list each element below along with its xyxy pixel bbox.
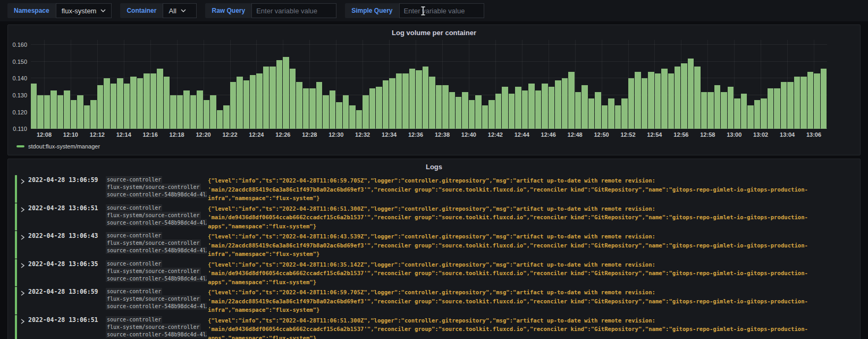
bar [343,95,349,129]
x-tick-label: 12:42 [488,131,503,138]
bar [707,92,713,129]
bar [90,100,96,129]
raw-query-input[interactable] [251,3,336,18]
bar [316,82,322,129]
bar [50,90,56,129]
bar [323,95,328,129]
x-tick-label: 12:16 [143,131,158,138]
bar [57,95,63,129]
bar [747,105,753,129]
bar [535,90,541,129]
bar [376,87,382,129]
bar [104,78,109,129]
bar [814,73,820,129]
log-row[interactable]: 2022-04-28 13:06:51source-controllerflux… [15,315,856,339]
variable-label-namespace: Namespace [7,3,56,18]
bar [157,69,163,129]
bar [383,80,389,129]
x-tick-label: 12:18 [170,131,184,138]
log-level-bar [15,231,17,259]
log-label: source-controller-548b98dc4d-4l… [106,275,207,282]
log-label: flux-system/source-controller [106,184,201,191]
simple-query-input[interactable] [399,3,484,18]
legend-item-stdout-manager[interactable]: stdout:flux-system/manager [16,143,100,150]
namespace-select[interactable]: flux-system [56,3,112,18]
bar [688,59,694,129]
bar [542,84,547,129]
bar [117,78,123,129]
bar [177,95,183,129]
log-row[interactable]: 2022-04-28 13:06:35source-controllerflux… [15,259,856,287]
log-label: source-controller [106,316,162,323]
variable-raw-query: Raw Query [205,3,336,18]
bar [761,98,766,129]
bar [675,67,680,129]
x-tick-label: 12:50 [594,131,609,138]
log-level-bar [15,259,17,287]
bar [336,102,342,129]
bar [170,95,176,129]
chevron-down-icon [100,9,106,12]
panel-title-logs[interactable]: Logs [8,159,860,171]
bar [183,90,189,129]
bar [495,94,501,129]
text-cursor-icon [420,6,426,18]
x-tick-label: 12:12 [90,131,105,138]
log-row[interactable]: 2022-04-28 13:06:59source-controllerflux… [15,287,856,315]
bar [787,82,793,129]
log-row[interactable]: 2022-04-28 13:06:51source-controllerflux… [15,203,856,231]
x-axis-labels: 12:0812:1012:1212:1412:1612:1812:2012:22… [31,131,827,140]
x-tick-label: 12:24 [249,131,264,138]
chevron-right-icon[interactable] [21,315,28,339]
log-timestamp: 2022-04-28 13:06:35 [28,259,106,287]
x-tick-label: 13:00 [727,131,741,138]
log-row[interactable]: 2022-04-28 13:06:59source-controllerflux… [15,175,856,203]
y-tick-label: 0.150 [8,59,27,65]
chevron-right-icon[interactable] [21,287,28,315]
bar [217,110,223,129]
log-volume-plot[interactable] [31,40,827,129]
log-labels: source-controllerflux-system/source-cont… [106,315,208,339]
log-label: source-controller [106,260,162,267]
log-message: {"level":"info","ts":"2022-04-28T11:06:5… [208,287,856,315]
bar [522,90,528,129]
chevron-right-icon[interactable] [21,259,28,287]
bar [754,100,760,129]
x-tick-label: 12:10 [63,131,78,138]
bar [356,110,362,129]
log-message: {"level":"info","ts":"2022-04-28T11:06:3… [208,259,856,287]
bar [469,100,475,129]
bar [230,82,236,129]
container-select[interactable]: All [163,3,197,18]
log-row[interactable]: 2022-04-28 13:06:43source-controllerflux… [15,231,856,259]
bar [416,70,422,129]
bar [64,90,70,129]
chevron-right-icon[interactable] [21,175,28,203]
log-message: {"level":"info","ts":"2022-04-28T11:06:4… [208,231,856,259]
bar [150,73,156,129]
bar [164,77,170,129]
panel-log-volume: Log volume per container 0.1600.1500.140… [7,24,861,155]
bar [442,85,448,129]
x-tick-label: 12:14 [116,131,131,138]
x-tick-label: 13:02 [753,131,768,138]
x-tick-label: 12:46 [541,131,556,138]
log-level-bar [15,287,17,315]
bar [768,88,773,129]
bar [568,72,574,129]
log-message: {"level":"info","ts":"2022-04-28T11:06:5… [208,315,856,339]
x-tick-label: 12:58 [700,131,715,138]
bar [668,73,674,129]
log-label: source-controller-548b98dc4d-4l… [106,191,207,198]
panel-title-log-volume[interactable]: Log volume per container [8,25,860,37]
log-labels: source-controllerflux-system/source-cont… [106,203,208,231]
bar [290,69,296,129]
x-tick-label: 12:48 [568,131,583,138]
chevron-right-icon[interactable] [21,203,28,231]
y-tick-label: 0.140 [8,75,27,81]
bar [37,95,43,129]
x-tick-label: 12:44 [515,131,529,138]
bar [256,73,262,129]
log-labels: source-controllerflux-system/source-cont… [106,175,208,203]
chevron-right-icon[interactable] [21,231,28,259]
